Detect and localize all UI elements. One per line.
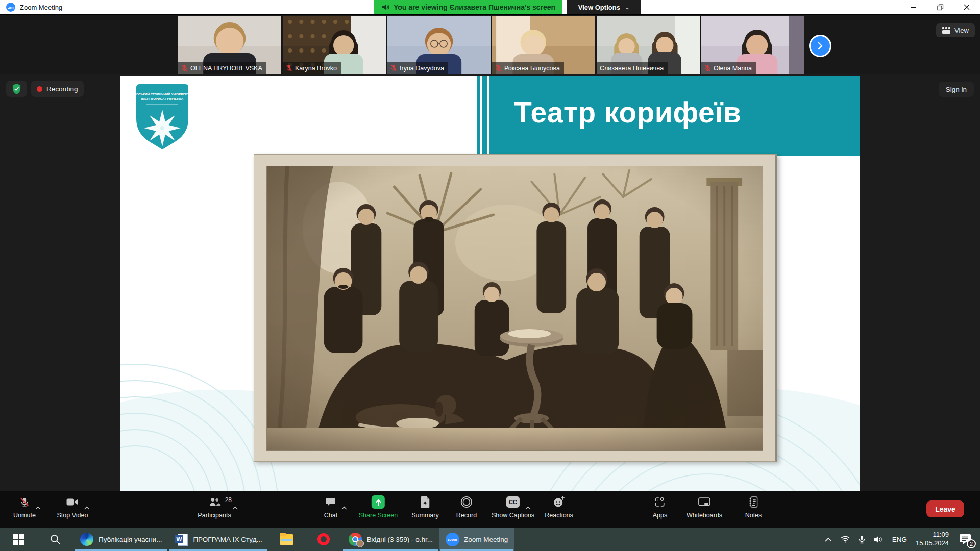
leave-button[interactable]: Leave: [926, 500, 964, 517]
participant-name-tag: Iryna Davydova: [387, 62, 448, 74]
taskbar-word-app[interactable]: WПРОГРАМА IX Студ...: [168, 528, 268, 551]
toolbar-reactions-button[interactable]: Reactions: [545, 495, 573, 519]
chevron-up-icon[interactable]: [84, 503, 90, 512]
language-indicator[interactable]: ENG: [892, 536, 907, 543]
edge-icon: [80, 532, 94, 546]
muted-mic-icon: [286, 64, 292, 72]
window-title: Zoom Meeting: [20, 4, 62, 11]
toolbar-stop-video-button[interactable]: Stop Video: [57, 495, 88, 519]
participant-tile-5[interactable]: Єлизавета Пшенична: [597, 16, 700, 74]
toolbar-label: Stop Video: [57, 512, 88, 519]
chevron-up-icon[interactable]: [35, 503, 41, 512]
participant-tile-4[interactable]: Роксана Білоусова: [492, 16, 595, 74]
next-page-arrow-button[interactable]: [809, 35, 831, 57]
participant-name-tag: Olena Marina: [701, 62, 756, 74]
volume-icon[interactable]: [874, 536, 884, 543]
reactions-icon: [553, 495, 565, 509]
view-options-button[interactable]: View Options ⌄: [567, 0, 641, 14]
taskbar-app-label: Zoom Meeting: [464, 536, 508, 543]
participants-count-badge: 28: [225, 496, 232, 504]
toolbar-label: Chat: [324, 512, 337, 519]
taskbar-explorer-app[interactable]: [268, 528, 305, 551]
muted-mic-icon: [704, 64, 711, 72]
participant-tile-3[interactable]: Iryna Davydova: [387, 16, 491, 74]
taskbar-app-label: Публікація учасни...: [99, 536, 162, 543]
participant-tile-6[interactable]: Olena Marina: [701, 16, 804, 74]
toolbar-unmute-button[interactable]: Unmute: [13, 495, 36, 519]
view-layout-button[interactable]: View: [936, 23, 975, 37]
notification-count-badge: 2: [967, 539, 976, 548]
toolbar-summary-button[interactable]: Summary: [411, 495, 438, 519]
summary-icon: [420, 495, 430, 509]
participants-icon: 28: [208, 495, 220, 509]
tray-expand-icon[interactable]: [825, 537, 832, 542]
participant-tile-2[interactable]: Karyna Brovko: [283, 16, 386, 74]
screen-share-banner: You are viewing Єлизавета Пшенична's scr…: [374, 0, 562, 14]
chevron-up-icon[interactable]: [525, 503, 531, 512]
toolbar-label: Share Screen: [359, 512, 398, 519]
recording-dot-icon: [37, 86, 42, 92]
logo-text-line1: КИЇВСЬКИЙ СТОЛИЧНИЙ УНІВЕРСИТЕТ: [135, 92, 189, 96]
share-screen-icon: [372, 495, 385, 509]
taskbar-edge-app[interactable]: Публікація учасни...: [74, 528, 168, 551]
chevron-up-icon[interactable]: [232, 503, 238, 512]
toolbar-label: Notes: [745, 512, 762, 519]
toolbar-label: Reactions: [545, 512, 573, 519]
sign-in-label: Sign in: [946, 86, 967, 93]
taskbar-zoom-app[interactable]: zoomZoom Meeting: [439, 528, 514, 551]
toolbar-label: Whiteboards: [687, 512, 722, 519]
chevron-down-icon: ⌄: [625, 5, 629, 10]
notes-icon: [749, 495, 758, 509]
toolbar-label: Apps: [653, 512, 668, 519]
notification-center-button[interactable]: 2: [958, 532, 973, 547]
recording-indicator[interactable]: Recording: [31, 81, 84, 97]
meeting-toolbar: UnmuteStop Video28ParticipantsChatShare …: [0, 491, 980, 528]
university-logo: КИЇВСЬКИЙ СТОЛИЧНИЙ УНІВЕРСИТЕТ ІМЕНІ БО…: [135, 83, 189, 154]
taskbar-opera-app[interactable]: [305, 528, 342, 551]
taskbar-app-label: Вхідні (3 359) - o.hr...: [367, 536, 433, 543]
toolbar-participants-button[interactable]: 28Participants: [198, 495, 231, 519]
word-icon: W: [174, 532, 188, 546]
wifi-icon[interactable]: [841, 536, 850, 543]
chevron-up-icon[interactable]: [341, 503, 347, 512]
toolbar-whiteboards-button[interactable]: Whiteboards: [687, 495, 722, 519]
participant-tile-1[interactable]: OLENA HRYHOREVSKA: [178, 16, 281, 74]
microphone-tray-icon[interactable]: [859, 535, 865, 544]
toolbar-chat-button[interactable]: Chat: [324, 495, 337, 519]
participant-name: Karyna Brovko: [295, 65, 337, 72]
participant-name: Olena Marina: [714, 65, 752, 72]
shared-screen-stage: Recording Sign in: [0, 74, 980, 491]
toolbar-notes-button[interactable]: Notes: [745, 495, 762, 519]
close-button[interactable]: [953, 0, 980, 14]
clock[interactable]: 11:09 15.05.2024: [916, 531, 949, 548]
logo-text-line2: ІМЕНІ БОРИСА ГРІНЧЕНКА: [141, 97, 184, 101]
restore-icon: [937, 4, 944, 11]
toolbar-apps-button[interactable]: Apps: [653, 495, 668, 519]
muted-mic-icon: [495, 64, 502, 72]
band-stripe: [482, 76, 487, 156]
zoom-app-icon: zm: [6, 3, 15, 12]
sign-in-button[interactable]: Sign in: [939, 82, 974, 97]
video-strip: OLENA HRYHOREVSKAKaryna BrovkoIryna Davy…: [0, 15, 980, 74]
group-photo-illustration: [267, 166, 763, 450]
minimize-button[interactable]: [900, 0, 927, 14]
taskbar-search-button[interactable]: [37, 528, 74, 551]
zoom-meeting-window: zm Zoom Meeting You are viewing Єлизавет…: [0, 0, 980, 551]
chevron-right-icon: [816, 42, 824, 50]
toolbar-captions-button[interactable]: CCShow Captions: [492, 495, 534, 519]
participant-name: Єлизавета Пшенична: [600, 65, 664, 72]
close-icon: [964, 4, 970, 10]
view-label: View: [954, 27, 969, 34]
taskbar-start-button[interactable]: [0, 528, 37, 551]
chrome-icon: [348, 532, 362, 546]
toolbar-share-screen-button[interactable]: Share Screen: [359, 495, 398, 519]
participant-name-tag: Роксана Білоусова: [492, 62, 564, 74]
restore-button[interactable]: [927, 0, 953, 14]
toolbar-record-button[interactable]: Record: [456, 495, 477, 519]
whiteboards-icon: [698, 495, 710, 509]
taskbar-chrome-app[interactable]: Вхідні (3 359) - o.hr...: [342, 528, 439, 551]
participant-name-tag: OLENA HRYHOREVSKA: [178, 62, 266, 74]
slide-photo: [267, 166, 763, 450]
muted-mic-icon: [390, 64, 397, 72]
security-shield-button[interactable]: [6, 81, 27, 97]
